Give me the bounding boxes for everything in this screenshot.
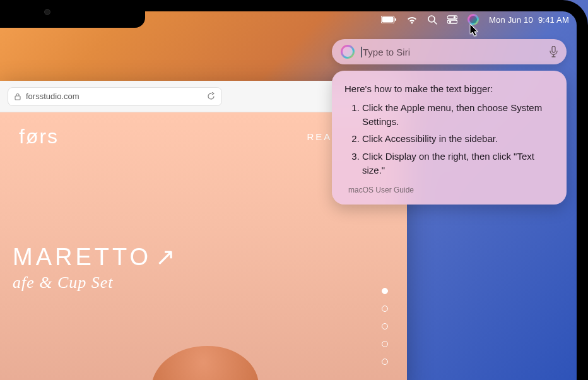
siri-icon — [341, 45, 355, 59]
spotlight-icon[interactable] — [428, 15, 437, 25]
siri-step: Click Display on the right, then click "… — [362, 150, 554, 177]
battery-icon[interactable] — [381, 15, 396, 25]
svg-point-6 — [454, 16, 456, 18]
menubar-time[interactable]: 9:41 AM — [538, 15, 569, 25]
page-dot[interactable] — [382, 341, 388, 347]
siri-step: Click the Apple menu, then choose System… — [362, 101, 554, 129]
microphone-icon[interactable] — [550, 46, 558, 57]
svg-rect-1 — [382, 17, 393, 23]
mouse-cursor — [470, 24, 480, 37]
page-dot[interactable] — [382, 306, 388, 312]
lock-icon — [15, 93, 21, 100]
svg-line-4 — [434, 21, 437, 24]
svg-rect-7 — [447, 20, 457, 23]
siri-source-label: macOS User Guide — [348, 185, 414, 196]
svg-point-8 — [449, 21, 451, 23]
siri-response-card: Here's how to make the text bigger: Clic… — [332, 71, 567, 205]
arrow-upright-icon: ↗ — [155, 243, 179, 271]
address-bar[interactable]: forsstudio.com — [8, 87, 222, 106]
siri-menubar-icon[interactable] — [467, 15, 479, 25]
svg-rect-12 — [15, 96, 20, 100]
page-dot[interactable] — [382, 323, 388, 330]
reload-icon[interactable] — [207, 92, 215, 100]
page-dot[interactable] — [382, 359, 388, 365]
hero-subtitle: afe & Cup Set — [13, 273, 394, 292]
menubar: Mon Jun 10 9:41 AM — [145, 11, 577, 28]
wifi-icon[interactable] — [406, 15, 418, 25]
siri-input-bar[interactable]: Type to Siri — [332, 39, 567, 64]
page-dot[interactable] — [382, 288, 388, 294]
menubar-date[interactable]: Mon Jun 10 — [489, 15, 533, 25]
product-image — [149, 342, 262, 380]
control-center-icon[interactable] — [447, 15, 457, 25]
site-logo[interactable]: førs — [19, 125, 59, 148]
siri-source-link[interactable]: macOS User Guide — [344, 185, 554, 196]
svg-rect-2 — [395, 18, 396, 21]
siri-step: Click Accessibility in the sidebar. — [362, 132, 554, 146]
page-indicator[interactable] — [382, 288, 388, 365]
hero-title: MARETTO ↗ — [13, 243, 394, 271]
svg-rect-9 — [552, 46, 555, 52]
address-url: forsstudio.com — [26, 92, 202, 101]
svg-rect-5 — [447, 16, 457, 19]
siri-response-heading: Here's how to make the text bigger: — [344, 82, 554, 96]
siri-steps-list: Click the Apple menu, then choose System… — [344, 101, 554, 177]
siri-text-input[interactable]: Type to Siri — [361, 47, 543, 57]
